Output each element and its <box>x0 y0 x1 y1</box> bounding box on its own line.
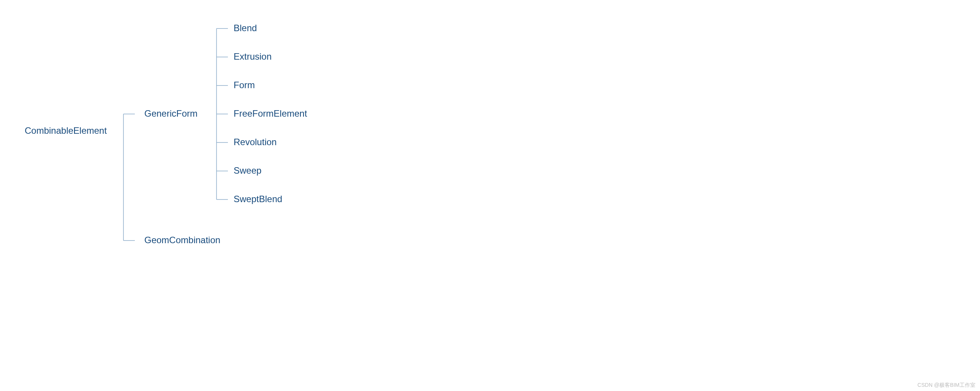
node-combinable-element: CombinableElement <box>25 125 107 136</box>
node-sweptblend: SweptBlend <box>234 194 282 204</box>
watermark: CSDN @极客BIM工作室 <box>917 382 975 389</box>
connector-lines <box>25 15 253 262</box>
node-generic-form: GenericForm <box>144 108 197 119</box>
node-freeformelement: FreeFormElement <box>234 108 307 119</box>
node-blend: Blend <box>234 23 257 34</box>
node-geom-combination: GeomCombination <box>144 235 220 246</box>
node-form: Form <box>234 80 255 91</box>
node-extrusion: Extrusion <box>234 51 272 62</box>
node-revolution: Revolution <box>234 137 277 147</box>
node-sweep: Sweep <box>234 165 261 176</box>
